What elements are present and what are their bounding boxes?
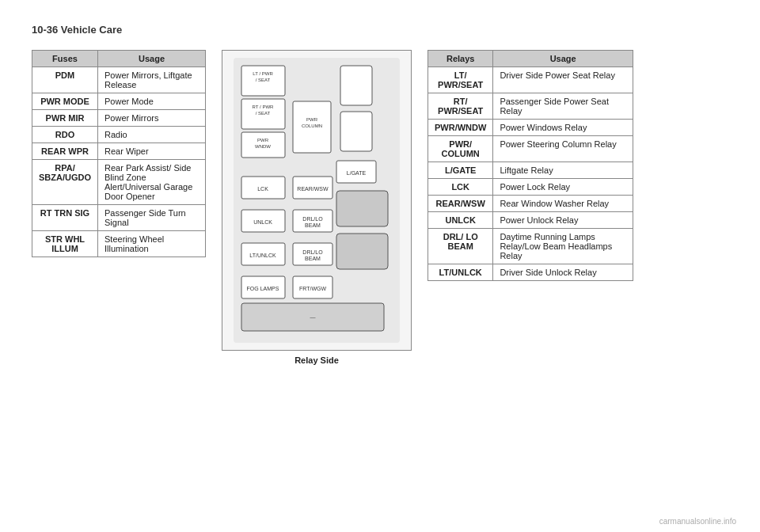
relay-usage-cell: Power Steering Column Relay <box>493 136 633 162</box>
svg-rect-35 <box>336 191 388 226</box>
svg-text:BEAM: BEAM <box>305 222 321 228</box>
relay-name-cell: LT/UNLCK <box>428 264 493 281</box>
diagram-caption: Relay Side <box>294 355 339 365</box>
fuses-col-header: Fuses <box>32 51 98 67</box>
fuses-table-row: RDORadio <box>32 127 206 143</box>
fuse-usage-cell: Radio <box>98 127 206 143</box>
relay-name-cell: RT/ PWR/SEAT <box>428 93 493 120</box>
svg-text:UNLCK: UNLCK <box>253 219 272 225</box>
relay-usage-cell: Daytime Running Lamps Relay/Low Beam Hea… <box>493 229 633 264</box>
relay-diagram: LT / PWR / SEAT RT / PWR / SEAT PWR WNDW <box>222 50 412 351</box>
fuse-usage-cell: Passenger Side Turn Signal <box>98 205 206 231</box>
fuse-name-cell: RT TRN SIG <box>32 205 98 231</box>
fuses-table-row: REAR WPRRear Wiper <box>32 143 206 160</box>
relays-table-row: PWR/ COLUMNPower Steering Column Relay <box>428 136 633 162</box>
relays-table-row: PWR/WNDWPower Windows Relay <box>428 120 633 136</box>
svg-text:DRL/LO: DRL/LO <box>302 216 323 222</box>
svg-rect-13 <box>340 66 372 105</box>
relays-table-row: LT/UNLCKDriver Side Unlock Relay <box>428 264 633 281</box>
relay-usage-cell: Passenger Side Power Seat Relay <box>493 93 633 120</box>
relays-table-row: UNLCKPower Unlock Relay <box>428 212 633 229</box>
svg-rect-14 <box>340 112 372 151</box>
page-header: 10-36 Vehicle Care <box>32 24 728 36</box>
svg-text:BEAM: BEAM <box>305 256 321 261</box>
svg-text:/ SEAT: / SEAT <box>256 78 271 82</box>
fuses-table: Fuses Usage PDMPower Mirrors, Liftgate R… <box>32 50 206 257</box>
relay-usage-cell: Power Unlock Relay <box>493 212 633 229</box>
relay-usage-cell: Driver Side Unlock Relay <box>493 264 633 281</box>
relays-table-row: DRL/ LO BEAMDaytime Running Lamps Relay/… <box>428 229 633 264</box>
fuse-name-cell: STR WHL ILLUM <box>32 231 98 257</box>
fuse-name-cell: REAR WPR <box>32 143 98 160</box>
svg-text:PWR: PWR <box>257 138 269 142</box>
fuses-table-row: PDMPower Mirrors, Liftgate Release <box>32 67 206 93</box>
svg-text:DRL/LO: DRL/LO <box>302 249 323 255</box>
fuse-name-cell: PWR MIR <box>32 110 98 127</box>
svg-text:PWR: PWR <box>306 117 318 122</box>
fuse-name-cell: PDM <box>32 67 98 93</box>
fuse-name-cell: PWR MODE <box>32 93 98 110</box>
fuses-table-row: RPA/ SBZA/UGDORear Park Assist/ Side Bli… <box>32 160 206 205</box>
diagram-area: LT / PWR / SEAT RT / PWR / SEAT PWR WNDW <box>214 50 420 365</box>
relay-usage-cell: Driver Side Power Seat Relay <box>493 67 633 93</box>
relay-name-cell: REAR/WSW <box>428 196 493 212</box>
relays-table-row: RT/ PWR/SEATPassenger Side Power Seat Re… <box>428 93 633 120</box>
page-container: 10-36 Vehicle Care Fuses Usage PDMPower … <box>0 0 760 381</box>
main-content: Fuses Usage PDMPower Mirrors, Liftgate R… <box>32 50 728 365</box>
relay-name-cell: LT/ PWR/SEAT <box>428 67 493 93</box>
fuse-name-cell: RDO <box>32 127 98 143</box>
fuses-table-row: PWR MIRPower Mirrors <box>32 110 206 127</box>
svg-text:/ SEAT: / SEAT <box>256 111 271 116</box>
svg-text:LCK: LCK <box>257 186 268 192</box>
svg-text:REAR/WSW: REAR/WSW <box>297 186 329 192</box>
relay-usage-cell: Power Windows Relay <box>493 120 633 136</box>
relays-table-row: REAR/WSWRear Window Washer Relay <box>428 196 633 212</box>
fuses-table-row: PWR MODEPower Mode <box>32 93 206 110</box>
fuse-usage-cell: Rear Park Assist/ Side Blind Zone Alert/… <box>98 160 206 205</box>
relays-col-header: Relays <box>428 51 493 67</box>
fuse-usage-cell: Rear Wiper <box>98 143 206 160</box>
relays-table: Relays Usage LT/ PWR/SEATDriver Side Pow… <box>428 50 633 281</box>
relay-name-cell: PWR/WNDW <box>428 120 493 136</box>
relay-name-cell: PWR/ COLUMN <box>428 136 493 162</box>
svg-text:—: — <box>310 314 316 320</box>
fuse-usage-cell: Power Mirrors, Liftgate Release <box>98 67 206 93</box>
relay-usage-cell: Rear Window Washer Relay <box>493 196 633 212</box>
svg-text:FOG LAMPS: FOG LAMPS <box>247 286 279 291</box>
fuse-usage-cell: Power Mirrors <box>98 110 206 127</box>
fuses-table-row: RT TRN SIGPassenger Side Turn Signal <box>32 205 206 231</box>
relays-table-row: LT/ PWR/SEATDriver Side Power Seat Relay <box>428 67 633 93</box>
relay-usage-cell: Power Lock Relay <box>493 179 633 196</box>
svg-text:L/GATE: L/GATE <box>347 170 367 176</box>
relay-usage-cell: Liftgate Relay <box>493 162 633 179</box>
svg-text:LT/UNLCK: LT/UNLCK <box>249 253 276 258</box>
relay-name-cell: L/GATE <box>428 162 493 179</box>
relay-name-cell: UNLCK <box>428 212 493 229</box>
relays-table-row: LCKPower Lock Relay <box>428 179 633 196</box>
svg-text:RT / PWR: RT / PWR <box>253 104 274 109</box>
svg-text:COLUMN: COLUMN <box>302 124 322 128</box>
svg-text:LT / PWR: LT / PWR <box>253 71 273 76</box>
fuses-table-row: STR WHL ILLUMSteering Wheel Illumination <box>32 231 206 257</box>
fuse-usage-cell: Steering Wheel Illumination <box>98 231 206 257</box>
svg-text:WNDW: WNDW <box>255 144 271 149</box>
watermark: carmanualsonline.info <box>659 517 736 526</box>
svg-rect-36 <box>336 234 388 269</box>
relays-usage-header: Usage <box>493 51 633 67</box>
fuses-usage-header: Usage <box>98 51 206 67</box>
relay-name-cell: LCK <box>428 179 493 196</box>
relays-table-row: L/GATELiftgate Relay <box>428 162 633 179</box>
svg-text:FRT/WGW: FRT/WGW <box>299 286 326 291</box>
relay-svg: LT / PWR / SEAT RT / PWR / SEAT PWR WNDW <box>234 58 400 343</box>
relay-name-cell: DRL/ LO BEAM <box>428 229 493 264</box>
fuse-usage-cell: Power Mode <box>98 93 206 110</box>
fuse-name-cell: RPA/ SBZA/UGDO <box>32 160 98 205</box>
